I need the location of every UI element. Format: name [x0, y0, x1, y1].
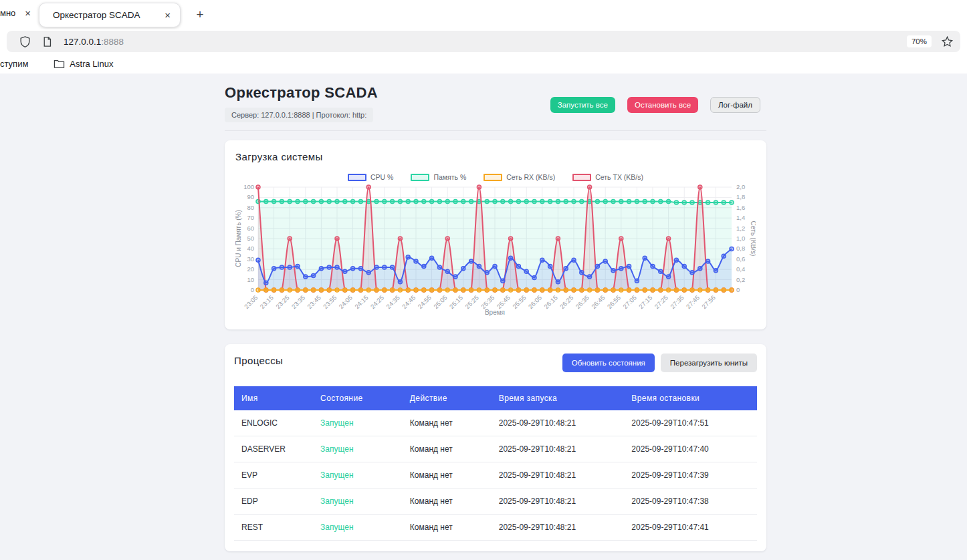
cell-start: 2025-09-29T10:48:21 — [492, 488, 625, 515]
svg-text:90: 90 — [247, 193, 254, 200]
svg-text:Время: Время — [485, 309, 505, 316]
svg-text:24:05: 24:05 — [337, 294, 354, 311]
svg-text:25:15: 25:15 — [448, 294, 465, 311]
cell-stop: 2025-09-29T10:47:39 — [624, 462, 757, 488]
browser-tab-bar: мно× Оркестратор SCADA × + — [0, 0, 967, 29]
cell-name: DASERVER — [234, 436, 313, 462]
cell-stop: 2025-09-29T10:47:51 — [624, 410, 757, 436]
svg-text:1,0: 1,0 — [736, 235, 745, 242]
legend-label: CPU % — [370, 173, 393, 181]
legend-item[interactable]: Память % — [411, 173, 466, 181]
system-load-chart: 010203040506070809010000,20,40,60,81,01,… — [235, 184, 756, 320]
legend-label: Сеть RX (KB/s) — [506, 173, 555, 181]
log-file-button[interactable]: Лог-файл — [710, 97, 760, 113]
legend-item[interactable]: CPU % — [348, 173, 393, 181]
svg-text:100: 100 — [243, 184, 254, 190]
svg-text:24:35: 24:35 — [385, 294, 401, 311]
svg-text:50: 50 — [247, 235, 254, 242]
tab-partial-label: мно — [0, 8, 15, 18]
cell-stop: 2025-09-29T10:47:40 — [624, 436, 757, 462]
server-info-badge: Сервер: 127.0.0.1:8888 | Протокол: http: — [225, 108, 373, 122]
bookmark-star-icon[interactable] — [941, 35, 954, 48]
svg-text:27:56: 27:56 — [700, 294, 717, 311]
cell-action: Команд нет — [403, 488, 492, 515]
legend-label: Сеть TX (KB/s) — [595, 173, 643, 181]
chart-legend: CPU %Память %Сеть RX (KB/s)Сеть TX (KB/s… — [235, 173, 756, 181]
svg-text:23:25: 23:25 — [274, 294, 291, 311]
url-port: :8888 — [101, 37, 124, 47]
svg-text:0: 0 — [736, 286, 740, 293]
col-action: Действие — [403, 386, 492, 410]
bookmark-item-partial[interactable]: ступим — [0, 59, 28, 69]
svg-text:25:55: 25:55 — [511, 294, 528, 311]
legend-label: Память % — [433, 173, 466, 181]
svg-text:40: 40 — [247, 245, 254, 252]
table-row: DASERVERЗапущенКоманд нет2025-09-29T10:4… — [234, 436, 757, 462]
shield-icon[interactable] — [19, 35, 31, 48]
url-text[interactable]: 127.0.0.1:8888 — [64, 37, 907, 47]
tab-title: Оркестратор SCADA — [53, 10, 165, 20]
svg-text:27:35: 27:35 — [669, 294, 685, 311]
svg-text:60: 60 — [247, 225, 254, 232]
legend-swatch — [572, 174, 591, 181]
cell-start: 2025-09-29T10:48:21 — [492, 436, 625, 462]
svg-text:0,4: 0,4 — [736, 265, 745, 273]
cell-state: Запущен — [313, 462, 403, 488]
close-icon[interactable]: × — [165, 10, 171, 20]
page-info-icon[interactable] — [41, 36, 53, 47]
svg-text:30: 30 — [247, 255, 254, 263]
svg-text:0: 0 — [251, 286, 254, 293]
col-start-time: Время запуска — [492, 386, 625, 410]
process-table-header: Имя Состояние Действие Время запуска Вре… — [234, 386, 757, 410]
bookmark-folder-label: Astra Linux — [70, 59, 113, 69]
close-icon[interactable]: × — [25, 8, 31, 18]
tab-active[interactable]: Оркестратор SCADA × — [39, 3, 181, 27]
cell-state: Запущен — [313, 515, 403, 541]
cell-state: Запущен — [313, 410, 403, 436]
svg-text:23:15: 23:15 — [258, 294, 275, 311]
svg-text:24:15: 24:15 — [353, 294, 370, 311]
process-table-body: ENLOGICЗапущенКоманд нет2025-09-29T10:48… — [234, 410, 757, 541]
cell-name: EDP — [234, 488, 313, 515]
svg-text:26:45: 26:45 — [590, 294, 607, 311]
svg-text:26:35: 26:35 — [574, 294, 590, 311]
svg-text:70: 70 — [247, 214, 254, 221]
zoom-badge[interactable]: 70% — [907, 35, 932, 47]
col-stop-time: Время остановки — [624, 386, 757, 410]
chart-svg: 010203040506070809010000,20,40,60,81,01,… — [235, 184, 756, 317]
table-row: RESTЗапущенКоманд нет2025-09-29T10:48:21… — [234, 515, 757, 541]
stop-all-button[interactable]: Остановить все — [627, 97, 698, 113]
legend-item[interactable]: Сеть TX (KB/s) — [572, 173, 643, 181]
cell-action: Команд нет — [403, 462, 492, 488]
legend-swatch — [348, 174, 366, 181]
svg-text:27:05: 27:05 — [621, 294, 638, 311]
process-table: Имя Состояние Действие Время запуска Вре… — [234, 386, 757, 541]
new-tab-button[interactable]: + — [192, 7, 208, 23]
start-all-button[interactable]: Запустить все — [550, 97, 615, 113]
svg-text:25:35: 25:35 — [479, 294, 496, 311]
address-bar[interactable]: 127.0.0.1:8888 70% — [7, 31, 960, 52]
system-load-card: Загрузка системы CPU %Память %Сеть RX (K… — [225, 140, 766, 329]
svg-text:1,6: 1,6 — [736, 204, 745, 211]
svg-text:23:05: 23:05 — [243, 294, 259, 311]
svg-text:24:45: 24:45 — [401, 294, 417, 311]
svg-text:CPU и Память (%): CPU и Память (%) — [235, 210, 242, 267]
legend-item[interactable]: Сеть RX (KB/s) — [483, 173, 555, 181]
refresh-states-button[interactable]: Обновить состояния — [562, 354, 655, 372]
svg-text:1,4: 1,4 — [736, 214, 745, 221]
svg-text:26:25: 26:25 — [558, 294, 575, 311]
cell-start: 2025-09-29T10:48:21 — [492, 462, 625, 488]
page-header: Оркестратор SCADA Сервер: 127.0.0.1:8888… — [225, 74, 766, 131]
col-name: Имя — [234, 386, 313, 410]
restart-units-button[interactable]: Перезагрузить юниты — [661, 354, 757, 372]
svg-text:0,2: 0,2 — [736, 276, 745, 283]
address-bar-row: 127.0.0.1:8888 70% — [0, 29, 967, 53]
svg-text:23:35: 23:35 — [290, 294, 307, 311]
bookmark-folder-astra-linux[interactable]: Astra Linux — [53, 59, 113, 69]
cell-stop: 2025-09-29T10:47:41 — [624, 515, 757, 541]
cell-name: ENLOGIC — [234, 410, 313, 436]
cell-state: Запущен — [313, 488, 403, 515]
processes-card: Процессы Обновить состояния Перезагрузит… — [225, 344, 766, 551]
tab-partial-left[interactable]: мно× — [0, 8, 31, 18]
svg-text:80: 80 — [247, 204, 254, 211]
